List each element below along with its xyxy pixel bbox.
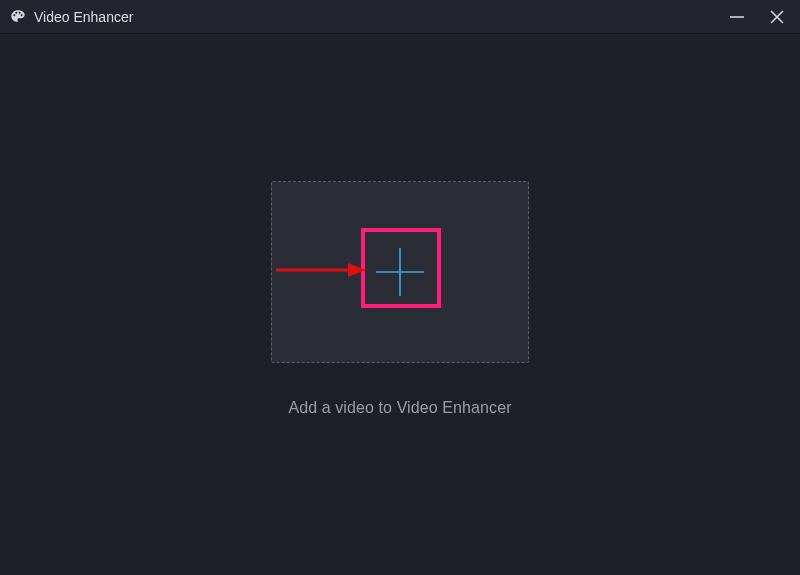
content-area: Add a video to Video Enhancer [0,34,800,575]
palette-icon [10,9,26,25]
titlebar: Video Enhancer [0,0,800,34]
minimize-button[interactable] [728,8,746,26]
app-window: Video Enhancer [0,0,800,575]
add-video-dropzone[interactable] [271,181,529,363]
titlebar-controls [728,8,786,26]
instruction-text: Add a video to Video Enhancer [0,399,800,417]
titlebar-left: Video Enhancer [10,9,133,25]
app-title: Video Enhancer [34,9,133,25]
plus-icon [370,242,430,302]
close-button[interactable] [768,8,786,26]
